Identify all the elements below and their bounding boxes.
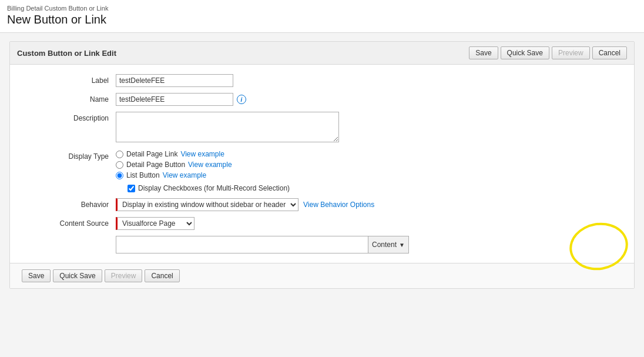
radio-detail-link[interactable] [116,151,123,158]
footer-save-button[interactable]: Save [22,269,51,282]
name-input[interactable] [116,93,233,106]
content-label-button[interactable]: Content ▼ [368,236,409,253]
behavior-row: Behavior Display in existing window with… [22,198,622,211]
breadcrumb: Billing Detail Custom Button or Link [7,5,637,12]
display-type-detail-button: Detail Page Button View example [116,161,622,169]
description-field-value [116,112,622,144]
header-preview-button: Preview [552,46,590,59]
display-type-radio-group: Detail Page Link View example Detail Pag… [116,150,622,192]
display-type-detail-link: Detail Page Link View example [116,150,622,158]
content-dropdown-arrow-icon: ▼ [399,242,405,248]
header-button-group: Save Quick Save Preview Cancel [469,46,627,59]
content-source-row-inner: Visualforce Page URL OnClick JavaScript [116,217,622,230]
page-title: New Button or Link [7,13,637,26]
content-text-input[interactable] [116,236,368,253]
label-row: Label [22,74,622,87]
content-area: Custom Button or Link Edit Save Quick Sa… [0,33,644,297]
header-quick-save-button[interactable]: Quick Save [501,46,549,59]
content-input-wrapper: Content ▼ [116,236,622,253]
label-field-label: Label [22,74,116,85]
description-textarea[interactable] [116,112,339,142]
behavior-field: Display in existing window without sideb… [116,198,622,211]
radio-detail-link-label: Detail Page Link [126,150,177,158]
header-save-button[interactable]: Save [469,46,498,59]
footer-quick-save-button[interactable]: Quick Save [53,269,102,282]
name-field-label: Name [22,93,116,104]
content-source-row: Content Source Visualforce Page URL OnCl… [22,217,622,230]
behavior-select[interactable]: Display in existing window without sideb… [116,198,298,211]
content-label-text: Content [372,241,397,249]
detail-link-example[interactable]: View example [180,150,224,158]
content-input-area: Content ▼ [116,236,622,253]
content-source-select[interactable]: Visualforce Page URL OnClick JavaScript [116,217,194,230]
radio-list-button[interactable] [116,172,123,179]
label-input[interactable] [116,74,233,87]
content-source-field: Visualforce Page URL OnClick JavaScript [116,217,622,230]
panel-title: Custom Button or Link Edit [17,49,116,58]
display-type-label: Display Type [22,150,116,161]
view-behavior-options-link[interactable]: View Behavior Options [303,201,374,209]
radio-list-button-label: List Button [126,171,160,179]
name-info-icon[interactable]: i [237,95,246,104]
behavior-label: Behavior [22,198,116,209]
content-source-label: Content Source [22,217,116,228]
detail-button-example[interactable]: View example [188,161,232,169]
label-field-value [116,74,622,87]
name-row: Name i [22,93,622,106]
radio-detail-button[interactable] [116,161,123,169]
behavior-row-inner: Display in existing window without sideb… [116,198,622,211]
display-checkboxes-checkbox[interactable] [128,185,135,192]
display-type-list-button: List Button View example [116,171,622,179]
display-type-field: Detail Page Link View example Detail Pag… [116,150,622,192]
form-body: Label Name i Description [10,65,634,263]
footer-preview-button: Preview [105,269,143,282]
panel-header: Custom Button or Link Edit Save Quick Sa… [10,42,634,65]
description-field-label: Description [22,112,116,122]
list-button-example[interactable]: View example [163,171,206,179]
display-checkboxes-row: Display Checkboxes (for Multi-Record Sel… [128,184,622,192]
panel-footer: Save Quick Save Preview Cancel [10,263,634,288]
footer-cancel-button[interactable]: Cancel [145,269,179,282]
edit-panel: Custom Button or Link Edit Save Quick Sa… [9,41,635,289]
header-cancel-button[interactable]: Cancel [592,46,627,59]
description-row: Description [22,112,622,144]
display-type-row: Display Type Detail Page Link View examp… [22,150,622,192]
name-field-value: i [116,93,622,106]
radio-detail-button-label: Detail Page Button [126,161,185,169]
page-header: Billing Detail Custom Button or Link New… [0,0,644,33]
display-checkboxes-label: Display Checkboxes (for Multi-Record Sel… [138,184,290,192]
name-field-wrapper: i [116,93,622,106]
